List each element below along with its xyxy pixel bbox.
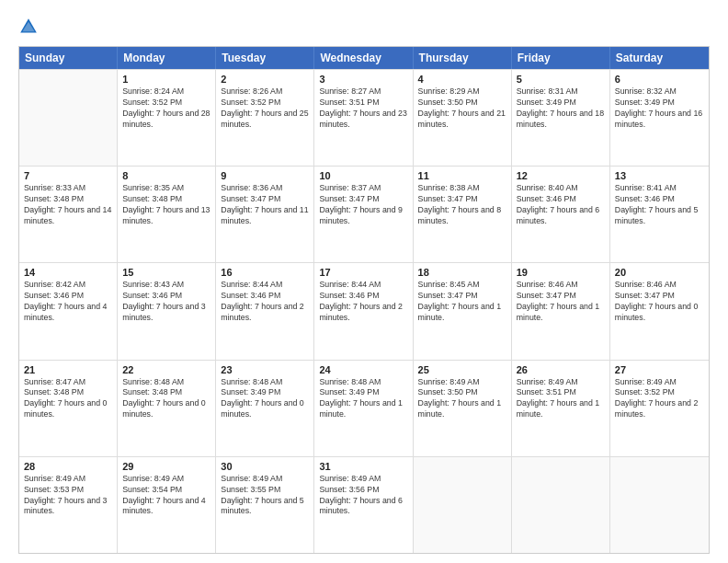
calendar-cell: 22Sunrise: 8:48 AMSunset: 3:48 PMDayligh… [118, 361, 216, 456]
cell-info: Sunrise: 8:36 AMSunset: 3:47 PMDaylight:… [221, 183, 309, 227]
day-number: 3 [319, 74, 407, 85]
calendar-row-1: 1Sunrise: 8:24 AMSunset: 3:52 PMDaylight… [19, 69, 709, 166]
calendar-cell: 6Sunrise: 8:32 AMSunset: 3:49 PMDaylight… [610, 70, 709, 166]
day-of-week-sunday: Sunday [19, 47, 118, 69]
day-number: 24 [319, 364, 407, 375]
day-of-week-tuesday: Tuesday [216, 47, 314, 69]
day-number: 2 [221, 74, 309, 85]
calendar-cell: 11Sunrise: 8:38 AMSunset: 3:47 PMDayligh… [414, 167, 512, 262]
calendar-cell: 16Sunrise: 8:44 AMSunset: 3:46 PMDayligh… [216, 263, 314, 359]
calendar-cell: 25Sunrise: 8:49 AMSunset: 3:50 PMDayligh… [414, 361, 512, 456]
calendar-cell [610, 457, 709, 553]
calendar-cell: 9Sunrise: 8:36 AMSunset: 3:47 PMDaylight… [216, 167, 314, 262]
day-number: 19 [517, 267, 605, 278]
calendar-cell: 28Sunrise: 8:49 AMSunset: 3:53 PMDayligh… [19, 457, 118, 553]
day-of-week-wednesday: Wednesday [314, 47, 413, 69]
cell-info: Sunrise: 8:24 AMSunset: 3:52 PMDaylight:… [122, 86, 210, 131]
calendar-cell [414, 457, 512, 553]
cell-info: Sunrise: 8:35 AMSunset: 3:48 PMDaylight:… [122, 183, 210, 227]
day-number: 4 [418, 74, 506, 85]
calendar-body: 1Sunrise: 8:24 AMSunset: 3:52 PMDaylight… [19, 69, 709, 553]
calendar-cell: 20Sunrise: 8:46 AMSunset: 3:47 PMDayligh… [610, 263, 709, 359]
cell-info: Sunrise: 8:33 AMSunset: 3:48 PMDaylight:… [24, 183, 112, 227]
day-number: 28 [24, 461, 112, 472]
cell-info: Sunrise: 8:48 AMSunset: 3:48 PMDaylight:… [122, 377, 210, 421]
day-number: 18 [418, 267, 506, 278]
day-number: 23 [221, 364, 309, 375]
day-number: 29 [122, 461, 210, 472]
cell-info: Sunrise: 8:31 AMSunset: 3:49 PMDaylight:… [517, 86, 605, 131]
day-number: 15 [122, 267, 210, 278]
cell-info: Sunrise: 8:48 AMSunset: 3:49 PMDaylight:… [221, 377, 309, 421]
calendar-cell: 12Sunrise: 8:40 AMSunset: 3:46 PMDayligh… [512, 167, 610, 262]
day-of-week-saturday: Saturday [610, 47, 709, 69]
day-number: 26 [517, 364, 605, 375]
day-number: 13 [615, 170, 704, 181]
calendar-row-4: 21Sunrise: 8:47 AMSunset: 3:48 PMDayligh… [19, 360, 709, 456]
calendar-cell [19, 70, 118, 166]
day-number: 17 [319, 267, 407, 278]
calendar-row-5: 28Sunrise: 8:49 AMSunset: 3:53 PMDayligh… [19, 456, 709, 553]
calendar-cell: 4Sunrise: 8:29 AMSunset: 3:50 PMDaylight… [414, 70, 512, 166]
cell-info: Sunrise: 8:47 AMSunset: 3:48 PMDaylight:… [24, 377, 112, 421]
day-number: 31 [319, 461, 407, 472]
calendar: SundayMondayTuesdayWednesdayThursdayFrid… [18, 46, 710, 554]
cell-info: Sunrise: 8:49 AMSunset: 3:52 PMDaylight:… [615, 377, 704, 421]
cell-info: Sunrise: 8:37 AMSunset: 3:47 PMDaylight:… [319, 183, 407, 227]
cell-info: Sunrise: 8:46 AMSunset: 3:47 PMDaylight:… [615, 280, 704, 324]
calendar-cell: 26Sunrise: 8:49 AMSunset: 3:51 PMDayligh… [512, 361, 610, 456]
cell-info: Sunrise: 8:44 AMSunset: 3:46 PMDaylight:… [319, 280, 407, 324]
cell-info: Sunrise: 8:49 AMSunset: 3:55 PMDaylight:… [221, 474, 309, 518]
calendar-cell: 8Sunrise: 8:35 AMSunset: 3:48 PMDaylight… [118, 167, 216, 262]
calendar-cell: 17Sunrise: 8:44 AMSunset: 3:46 PMDayligh… [314, 263, 413, 359]
calendar-cell: 31Sunrise: 8:49 AMSunset: 3:56 PMDayligh… [314, 457, 413, 553]
day-number: 10 [319, 170, 407, 181]
calendar-cell: 30Sunrise: 8:49 AMSunset: 3:55 PMDayligh… [216, 457, 314, 553]
cell-info: Sunrise: 8:49 AMSunset: 3:56 PMDaylight:… [319, 474, 407, 518]
logo [18, 17, 42, 37]
cell-info: Sunrise: 8:43 AMSunset: 3:46 PMDaylight:… [122, 280, 210, 324]
cell-info: Sunrise: 8:32 AMSunset: 3:49 PMDaylight:… [615, 86, 704, 131]
day-number: 6 [615, 74, 704, 85]
day-number: 5 [517, 74, 605, 85]
cell-info: Sunrise: 8:41 AMSunset: 3:46 PMDaylight:… [615, 183, 704, 227]
calendar-cell: 29Sunrise: 8:49 AMSunset: 3:54 PMDayligh… [118, 457, 216, 553]
cell-info: Sunrise: 8:42 AMSunset: 3:46 PMDaylight:… [24, 280, 112, 324]
calendar-cell: 19Sunrise: 8:46 AMSunset: 3:47 PMDayligh… [512, 263, 610, 359]
day-of-week-friday: Friday [512, 47, 610, 69]
calendar-cell [512, 457, 610, 553]
day-number: 11 [418, 170, 506, 181]
day-number: 8 [122, 170, 210, 181]
calendar-row-3: 14Sunrise: 8:42 AMSunset: 3:46 PMDayligh… [19, 262, 709, 359]
calendar-cell: 7Sunrise: 8:33 AMSunset: 3:48 PMDaylight… [19, 167, 118, 262]
day-of-week-thursday: Thursday [414, 47, 512, 69]
cell-info: Sunrise: 8:45 AMSunset: 3:47 PMDaylight:… [418, 280, 506, 324]
calendar-cell: 1Sunrise: 8:24 AMSunset: 3:52 PMDaylight… [118, 70, 216, 166]
header [18, 17, 710, 37]
day-number: 12 [517, 170, 605, 181]
calendar-cell: 18Sunrise: 8:45 AMSunset: 3:47 PMDayligh… [414, 263, 512, 359]
calendar-row-2: 7Sunrise: 8:33 AMSunset: 3:48 PMDaylight… [19, 166, 709, 262]
calendar-cell: 21Sunrise: 8:47 AMSunset: 3:48 PMDayligh… [19, 361, 118, 456]
cell-info: Sunrise: 8:49 AMSunset: 3:53 PMDaylight:… [24, 474, 112, 518]
logo-icon [18, 17, 39, 37]
day-number: 9 [221, 170, 309, 181]
day-number: 7 [24, 170, 112, 181]
day-number: 22 [122, 364, 210, 375]
day-of-week-monday: Monday [118, 47, 216, 69]
calendar-cell: 15Sunrise: 8:43 AMSunset: 3:46 PMDayligh… [118, 263, 216, 359]
calendar-cell: 14Sunrise: 8:42 AMSunset: 3:46 PMDayligh… [19, 263, 118, 359]
day-number: 27 [615, 364, 704, 375]
calendar-cell: 2Sunrise: 8:26 AMSunset: 3:52 PMDaylight… [216, 70, 314, 166]
day-number: 21 [24, 364, 112, 375]
cell-info: Sunrise: 8:26 AMSunset: 3:52 PMDaylight:… [221, 86, 309, 131]
day-number: 1 [122, 74, 210, 85]
calendar-cell: 23Sunrise: 8:48 AMSunset: 3:49 PMDayligh… [216, 361, 314, 456]
cell-info: Sunrise: 8:49 AMSunset: 3:54 PMDaylight:… [122, 474, 210, 518]
cell-info: Sunrise: 8:49 AMSunset: 3:51 PMDaylight:… [517, 377, 605, 421]
calendar-header: SundayMondayTuesdayWednesdayThursdayFrid… [19, 47, 709, 69]
day-number: 16 [221, 267, 309, 278]
cell-info: Sunrise: 8:27 AMSunset: 3:51 PMDaylight:… [319, 86, 407, 131]
page: SundayMondayTuesdayWednesdayThursdayFrid… [0, 0, 728, 563]
cell-info: Sunrise: 8:49 AMSunset: 3:50 PMDaylight:… [418, 377, 506, 421]
